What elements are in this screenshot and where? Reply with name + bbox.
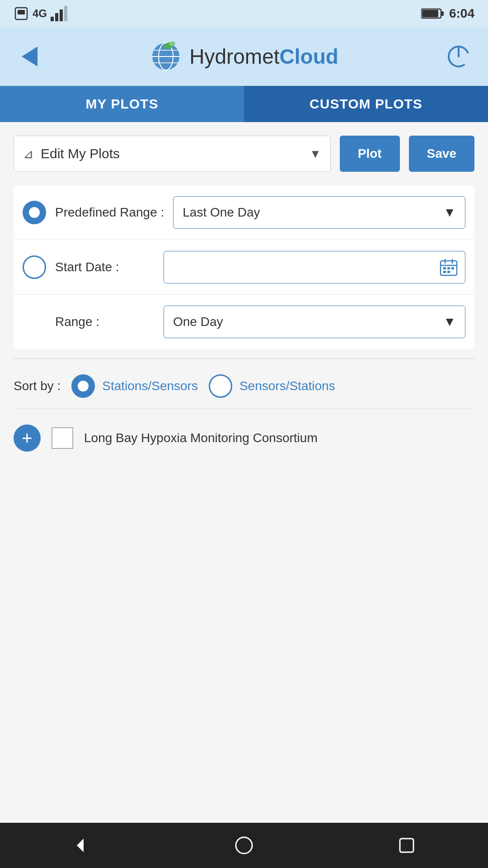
- signal-icon: [51, 6, 68, 21]
- power-button[interactable]: [443, 41, 474, 72]
- svg-rect-4: [60, 9, 63, 21]
- sim-icon: [14, 6, 29, 21]
- svg-rect-5: [64, 6, 67, 21]
- svg-rect-24: [451, 267, 454, 269]
- station-name: Long Bay Hypoxia Monitoring Consortium: [84, 431, 318, 445]
- range-row: Range : One Day ▼: [14, 295, 474, 349]
- nav-back-button[interactable]: [63, 827, 99, 863]
- svg-rect-29: [400, 839, 413, 852]
- status-bar-right: 6:04: [421, 6, 474, 21]
- start-date-label: Start Date :: [55, 260, 155, 274]
- content-area: ⊿ Edit My Plots ▼ Plot Save Predefined R…: [0, 122, 488, 823]
- nav-home-button[interactable]: [226, 827, 262, 863]
- battery-icon: [421, 7, 444, 20]
- edit-plots-dropdown[interactable]: ⊿ Edit My Plots ▼: [14, 136, 331, 172]
- range-label: Range :: [55, 315, 155, 329]
- back-arrow-icon: [22, 47, 38, 66]
- globe-icon: [150, 40, 182, 73]
- sort-label-sensors-stations: Sensors/Stations: [239, 379, 335, 393]
- predefined-range-select[interactable]: Last One Day ▼: [173, 196, 465, 229]
- predefined-range-value: Last One Day: [183, 205, 260, 220]
- toolbar-row: ⊿ Edit My Plots ▼ Plot Save: [14, 136, 474, 172]
- svg-rect-8: [422, 10, 438, 17]
- calendar-icon: [440, 258, 458, 276]
- logo-area: HydrometCloud: [150, 40, 338, 73]
- range-chevron: ▼: [443, 315, 456, 329]
- svg-rect-7: [441, 11, 444, 16]
- filter-icon: ⊿: [23, 146, 33, 161]
- nav-back-icon: [70, 834, 93, 857]
- station-row: + Long Bay Hypoxia Monitoring Consortium: [14, 420, 474, 456]
- start-date-radio[interactable]: [23, 255, 46, 279]
- nav-recent-button[interactable]: [389, 827, 425, 863]
- plot-button[interactable]: Plot: [340, 136, 400, 172]
- sort-option-stations-sensors[interactable]: Stations/Sensors: [71, 374, 198, 398]
- station-checkbox[interactable]: [52, 427, 73, 449]
- sort-row: Sort by : Stations/Sensors Sensors/Stati…: [14, 363, 474, 409]
- status-bar-left: 4G: [14, 6, 68, 21]
- chevron-down-icon: ▼: [310, 147, 321, 161]
- svg-rect-1: [18, 10, 25, 14]
- predefined-range-chevron: ▼: [443, 205, 456, 220]
- tab-my-plots[interactable]: MY PLOTS: [0, 86, 244, 122]
- bottom-nav: [0, 823, 488, 868]
- svg-marker-27: [77, 839, 84, 852]
- predefined-range-row: Predefined Range : Last One Day ▼: [14, 185, 474, 240]
- range-value: One Day: [173, 315, 223, 329]
- status-bar: 4G 6:04: [0, 0, 488, 27]
- range-select[interactable]: One Day ▼: [164, 306, 465, 338]
- nav-recent-icon: [395, 834, 418, 857]
- nav-home-icon: [233, 834, 255, 857]
- divider: [14, 358, 474, 359]
- start-date-input[interactable]: [164, 251, 465, 283]
- form-section: Predefined Range : Last One Day ▼ Start …: [14, 185, 474, 349]
- start-date-row: Start Date :: [14, 240, 474, 295]
- svg-point-28: [236, 837, 252, 854]
- svg-rect-22: [443, 267, 446, 269]
- svg-rect-2: [51, 17, 54, 21]
- clock: 6:04: [449, 6, 474, 21]
- app-header: HydrometCloud: [0, 27, 488, 86]
- sort-radio-stations-sensors[interactable]: [71, 374, 95, 398]
- sort-radio-sensors-stations[interactable]: [209, 374, 232, 398]
- tab-custom-plots[interactable]: CUSTOM PLOTS: [244, 86, 488, 122]
- sort-by-label: Sort by :: [14, 379, 61, 393]
- svg-rect-23: [447, 267, 450, 269]
- sort-option-sensors-stations[interactable]: Sensors/Stations: [209, 374, 335, 398]
- svg-rect-3: [55, 13, 58, 21]
- back-button[interactable]: [14, 41, 45, 72]
- edit-plots-label: Edit My Plots: [41, 146, 310, 161]
- svg-rect-25: [443, 271, 446, 273]
- save-button[interactable]: Save: [409, 136, 474, 172]
- logo-text: HydrometCloud: [189, 44, 338, 69]
- power-icon: [446, 44, 471, 69]
- predefined-range-radio[interactable]: [23, 201, 46, 224]
- sort-label-stations-sensors: Stations/Sensors: [102, 379, 198, 393]
- svg-rect-26: [447, 271, 450, 273]
- add-station-button[interactable]: +: [14, 425, 41, 452]
- network-type: 4G: [33, 7, 47, 20]
- tab-bar: MY PLOTS CUSTOM PLOTS: [0, 86, 488, 122]
- predefined-range-label: Predefined Range :: [55, 205, 164, 220]
